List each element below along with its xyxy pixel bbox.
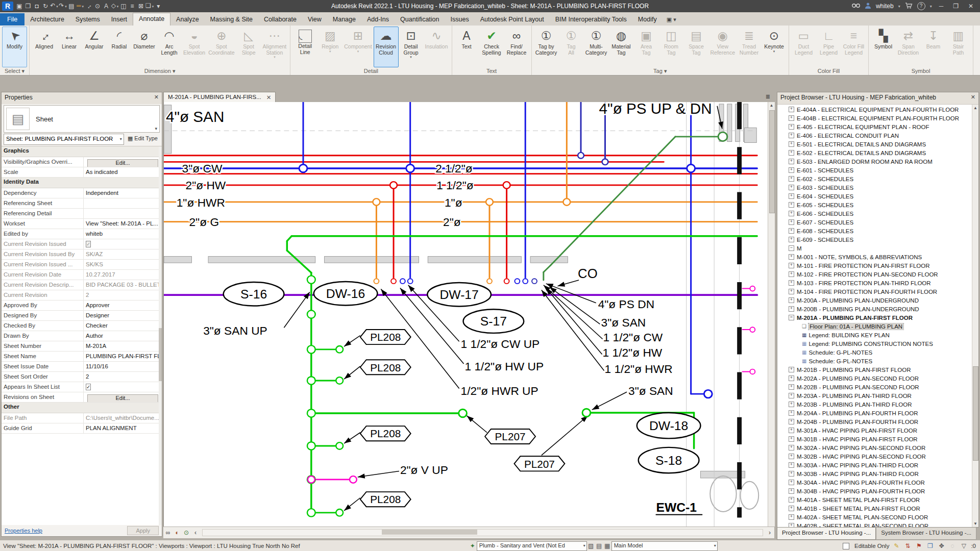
window-icon[interactable]: ▣ (15, 2, 23, 11)
symbol-button[interactable]: ▚Symbol (871, 27, 896, 67)
browser-item-label[interactable]: E-602 - SCHEDULES (797, 176, 853, 182)
edit-button[interactable]: Edit... (87, 394, 159, 403)
property-value[interactable]: whiteb (83, 229, 162, 239)
property-value[interactable]: 11/10/16 (83, 362, 162, 371)
type-selector-dropdown-icon[interactable]: ▾ (155, 126, 157, 131)
property-value[interactable]: Designer (83, 311, 162, 320)
tag-by-category-icon[interactable]: ⊙ (93, 2, 102, 11)
revit-logo-icon[interactable]: R (2, 2, 13, 11)
edit-button[interactable]: Edit... (87, 159, 159, 167)
browser-item-label[interactable]: M-200B - PLUMBING PLAN-UNDERGROUND (797, 306, 919, 312)
browser-item[interactable]: +M-202B - PLUMBING PLAN-SECOND FLOOR (777, 383, 978, 391)
property-value[interactable]: Edit... (83, 157, 162, 167)
detail-group-button[interactable]: ⊡Detail Group▾ (399, 27, 424, 67)
tab-insert[interactable]: Insert (106, 13, 133, 26)
apply-button[interactable]: Apply (127, 526, 159, 535)
tree-expand-icon[interactable]: + (789, 480, 794, 485)
browser-item-label[interactable]: Legend: BUILDING KEY PLAN (808, 332, 889, 338)
username-label[interactable]: whiteb (876, 3, 894, 10)
tree-expand-icon[interactable]: + (789, 185, 794, 190)
canvas-vertical-scrollbar[interactable]: ▲ (768, 102, 775, 527)
tree-expand-icon[interactable]: + (789, 488, 794, 494)
tree-expand-icon[interactable]: + (789, 297, 794, 303)
tab-collaborate[interactable]: Collaborate (258, 13, 302, 26)
property-value[interactable]: 2 (83, 290, 162, 300)
diameter-dimension-button[interactable]: ⌀Diameter (132, 27, 157, 67)
browser-item[interactable]: +M-101 - FIRE PROTECTION PLAN-FIRST FLOO… (777, 261, 978, 270)
tree-expand-icon[interactable]: + (789, 367, 794, 372)
edit-type-button[interactable]: ▦ Edit Type (126, 134, 160, 145)
browser-item-label[interactable]: E-501 - ELECTRICAL DETAILS AND DIAGRAMS (797, 141, 926, 147)
tab-file[interactable]: File (0, 13, 24, 26)
aligned-dimension-button[interactable]: ↔Aligned (32, 27, 57, 67)
browser-item-label[interactable]: M-202B - PLUMBING PLAN-SECOND FLOOR (797, 384, 919, 390)
browser-item-label[interactable]: M-402A - SHEET METAL PLAN-SECOND FLOOR (797, 514, 928, 520)
browser-item-label[interactable]: E-404B - ELECTRICAL EQUIPMENT PLAN-FOURT… (797, 115, 959, 121)
browser-item-label[interactable]: E-503 - ENLARGED DORM ROOM AND RA ROOM (797, 159, 933, 165)
default-3d-view-icon[interactable]: ◇ ▾ (111, 1, 119, 11)
browser-item-label[interactable]: E-405 - ELECTRICAL EQUIPMENT PLAN - ROOF (797, 124, 929, 130)
tree-expand-icon[interactable]: − (789, 245, 794, 251)
browser-item-label[interactable]: M-001 - NOTE, SYMBOLS, & ABBREVIATIONS (797, 254, 922, 260)
browser-item[interactable]: +M-304B - HVAC PIPING PLAN-FOURTH FLOOR (777, 487, 978, 495)
view-tab-close-icon[interactable]: ✕ (266, 94, 272, 102)
property-value[interactable]: 10.27.2017 (83, 270, 162, 280)
tree-expand-icon[interactable]: + (789, 263, 794, 268)
detail-line-button[interactable]: ◟Detail Line (292, 27, 317, 67)
browser-item[interactable]: +M-201B - PLUMBING PLAN-FIRST FLOOR (777, 365, 978, 374)
design-options-icon[interactable]: ▦ (603, 542, 611, 549)
browser-item[interactable]: +E-406 - ELECTRICAL CONDUIT PLAN (777, 131, 978, 140)
tree-expand-icon[interactable]: + (789, 141, 794, 147)
tree-expand-icon[interactable]: − (789, 315, 794, 320)
property-value[interactable]: PLUMBING PLAN-FIRST FL... (83, 352, 162, 361)
close-button[interactable]: ✕ (966, 3, 976, 10)
browser-item-label[interactable]: M-401A - SHEET METAL PLAN-FIRST FLOOR (797, 497, 920, 503)
browser-item[interactable]: +E-608 - SCHEDULES (777, 227, 978, 235)
tab-massing-site[interactable]: Massing & Site (205, 13, 258, 26)
property-value[interactable]: Checker (83, 321, 162, 331)
relinquish-icon[interactable]: ⇅ (903, 542, 912, 549)
browser-item-label[interactable]: M-103 - FIRE PROTECTION PLAN-THIRD FLOOR (797, 280, 931, 286)
select-toggle-icon[interactable]: ✥ (937, 542, 945, 549)
property-checkbox[interactable]: ✓ (86, 384, 91, 390)
browser-item[interactable]: −M (777, 244, 978, 253)
property-value[interactable]: SK/KS (83, 260, 162, 269)
browser-item[interactable]: +M-401A - SHEET METAL PLAN-FIRST FLOOR (777, 495, 978, 504)
browser-item[interactable]: ▦Schedule: G-PL-NOTES (777, 357, 978, 365)
browser-item[interactable]: ▦Legend: BUILDING KEY PLAN (777, 331, 978, 339)
property-value[interactable]: ✓ (83, 382, 162, 392)
tree-expand-icon[interactable]: + (789, 115, 794, 121)
instance-selector[interactable]: Sheet: PLUMBING PLAN-FIRST FLOOR▾ (4, 134, 124, 145)
tree-expand-icon[interactable]: + (789, 445, 794, 450)
browser-item[interactable]: +E-405 - ELECTRICAL EQUIPMENT PLAN - ROO… (777, 122, 978, 131)
tree-expand-icon[interactable]: + (789, 375, 794, 381)
property-value[interactable] (83, 209, 162, 218)
browser-item[interactable]: +M-204B - PLUMBING PLAN-FOURTH FLOOR (777, 417, 978, 426)
tree-expand-icon[interactable]: + (789, 410, 794, 416)
tree-expand-icon[interactable]: + (789, 133, 794, 138)
undo-icon[interactable]: ↶ ▾ (50, 1, 58, 11)
property-value[interactable]: 2 (83, 372, 162, 382)
revision-cloud-button[interactable]: ☁Revision Cloud (374, 27, 399, 67)
tree-expand-icon[interactable]: + (789, 471, 794, 477)
close-inactive-views-icon[interactable]: ⊠ (137, 2, 145, 11)
browser-item-label[interactable]: M-302B - HVAC PIPING PLAN-SECOND FLOOR (797, 454, 926, 460)
view-tab-m201a[interactable]: M-201A - PLUMBING PLAN-FIRS... ✕ (163, 92, 276, 102)
browser-item-label[interactable]: Schedule: G-PL-NOTES (808, 349, 872, 356)
browser-item[interactable]: +E-503 - ENLARGED DORM ROOM AND RA ROOM (777, 157, 978, 166)
browser-item-label[interactable]: Floor Plan: 01A - PLUMBING PLAN (808, 323, 903, 330)
browser-item-label[interactable]: E-406 - ELECTRICAL CONDUIT PLAN (797, 133, 899, 139)
property-value[interactable]: Edit... (83, 392, 162, 402)
browser-item[interactable]: +E-502 - ELECTRICAL DETAILS AND DIAGRAMS (777, 148, 978, 157)
tab-issues[interactable]: Issues (445, 13, 475, 26)
keynote-button[interactable]: ⊙Keynote▾ (762, 27, 787, 67)
browser-item-label[interactable]: Schedule: G-PL-NOTES (808, 358, 872, 364)
reveal-hidden-elements-icon[interactable]: ◐ (173, 529, 182, 536)
tab-modify[interactable]: Modify (632, 13, 663, 26)
property-section-graphics[interactable]: Graphics (2, 146, 162, 157)
temporary-hide-isolate-icon[interactable]: ∞ (163, 529, 173, 536)
check-spelling-button[interactable]: ✔Check Spelling (479, 27, 504, 67)
property-value[interactable]: BID PACKAGE 03 - BULLET... (83, 280, 162, 290)
tree-expand-icon[interactable]: + (789, 211, 794, 216)
browser-item-label[interactable]: M-303B - HVAC PIPING PLAN-THIRD FLOOR (797, 471, 919, 477)
